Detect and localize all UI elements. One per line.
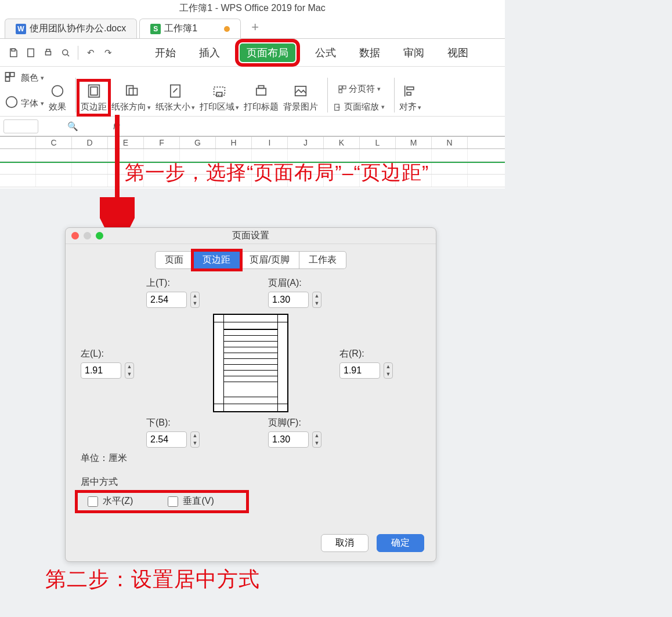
footer-margin-input[interactable] (268, 431, 309, 448)
cancel-button[interactable]: 取消 (321, 534, 368, 552)
column-headers: CDEFGHIJKLMN (0, 136, 505, 149)
left-label: 左(L): (81, 348, 162, 360)
effect-button[interactable]: 效果 (49, 83, 66, 112)
doc-tab-1[interactable]: W 使用团队协作办公.docx (5, 19, 137, 38)
header-margin-input[interactable] (268, 292, 309, 308)
ribbon-tab-pagelayout[interactable]: 页面布局 (240, 43, 295, 62)
fx-label[interactable]: fx (113, 121, 120, 131)
ribbon-tab-start[interactable]: 开始 (151, 43, 179, 62)
breaks-zoom-group: 分页符▾ 页面缩放▾ (333, 84, 385, 112)
dialog-tab-sheet[interactable]: 工作表 (299, 251, 346, 269)
breaks-button[interactable]: 分页符▾ (337, 84, 381, 95)
top-stepper[interactable]: ▲▼ (190, 292, 200, 308)
undo-icon[interactable]: ↶ (82, 44, 99, 61)
svg-rect-10 (91, 87, 97, 95)
tool-separator-2 (327, 78, 328, 112)
left-margin-input[interactable] (81, 362, 121, 379)
dialog-tab-margins[interactable]: 页边距 (193, 251, 240, 269)
bottom-label: 下(B): (146, 417, 233, 429)
paper-size-button[interactable]: 纸张大小▾ (156, 83, 195, 112)
orientation-button[interactable]: 纸张方向▾ (111, 83, 151, 112)
unsaved-indicator-icon (224, 26, 230, 32)
svg-point-8 (52, 86, 63, 97)
right-label: 右(R): (339, 348, 421, 360)
qat-divider (78, 46, 78, 60)
tool-separator (75, 78, 76, 112)
dialog-tab-header-footer[interactable]: 页眉/页脚 (240, 251, 299, 269)
header-label: 页眉(A): (268, 277, 355, 289)
dialog-tab-page[interactable]: 页面 (155, 251, 193, 269)
svg-rect-15 (216, 92, 222, 96)
center-label: 居中方式 (81, 476, 421, 488)
new-icon[interactable] (22, 44, 39, 61)
annotation-step1: 第一步，选择“页面布局”–“页边距” (125, 159, 429, 186)
bottom-stepper[interactable]: ▲▼ (190, 431, 200, 448)
left-stepper[interactable]: ▲▼ (125, 362, 134, 379)
tool-separator-3 (394, 78, 395, 112)
bottom-margin-input[interactable] (146, 431, 187, 448)
svg-rect-19 (339, 86, 342, 89)
header-stepper[interactable]: ▲▼ (312, 292, 321, 308)
ribbon-tab-insert[interactable]: 插入 (196, 43, 223, 62)
svg-rect-21 (339, 89, 342, 92)
name-box[interactable] (3, 119, 38, 133)
svg-rect-1 (28, 49, 34, 57)
theme-color-button[interactable]: 颜色▾ 字体▾ (3, 68, 44, 112)
page-setup-dialog: 页面设置 页面 页边距 页眉/页脚 工作表 上(T): ▲▼ 页眉(A): ▲▼ (65, 227, 436, 562)
center-section: 居中方式 水平(Z) 垂直(V) (81, 476, 421, 511)
print-titles-button[interactable]: 打印标题 (244, 83, 279, 112)
unit-label: 单位：厘米 (81, 452, 421, 464)
svg-rect-24 (407, 92, 411, 95)
svg-rect-6 (6, 77, 10, 81)
svg-rect-4 (6, 72, 10, 77)
right-margin-input[interactable] (339, 362, 380, 379)
save-icon[interactable] (5, 44, 22, 61)
annotation-step2: 第二步：设置居中方式 (45, 565, 260, 594)
background-button[interactable]: 背景图片 (283, 83, 318, 112)
svg-rect-0 (12, 49, 15, 51)
spreadsheet-icon: S (150, 24, 161, 34)
center-vertical-checkbox[interactable]: 垂直(V) (168, 495, 214, 507)
search-icon[interactable]: 🔍 (67, 121, 78, 132)
ribbon-tab-data[interactable]: 数据 (356, 43, 384, 62)
doc-tab-2-label: 工作簿1 (164, 23, 197, 35)
align-button[interactable]: 对齐▾ (399, 83, 421, 112)
svg-rect-23 (407, 87, 414, 90)
zoom-button[interactable]: 页面缩放▾ (333, 101, 385, 112)
footer-stepper[interactable]: ▲▼ (312, 431, 321, 448)
print-icon[interactable] (39, 44, 57, 61)
ribbon-tools: 颜色▾ 字体▾ 效果 页边距 纸张方向▾ 纸张大小▾ 打印区域▾ 打印标题 (0, 67, 505, 117)
redo-icon[interactable]: ↷ (99, 44, 117, 61)
top-margin-input[interactable] (146, 292, 187, 308)
svg-point-7 (6, 97, 17, 108)
svg-rect-17 (258, 86, 263, 89)
ribbon-tab-formula[interactable]: 公式 (312, 43, 339, 62)
new-tab-button[interactable]: + (243, 16, 267, 38)
svg-rect-14 (214, 87, 225, 95)
doc-tab-2[interactable]: S 工作簿1 (139, 19, 241, 38)
ribbon-tabs: 开始 插入 页面布局 公式 数据 审阅 视图 (151, 43, 472, 62)
formula-bar: 🔍 fx (0, 117, 505, 136)
margins-form: 上(T): ▲▼ 页眉(A): ▲▼ 左(L): ▲▼ (66, 277, 436, 464)
svg-point-3 (63, 49, 68, 55)
svg-rect-5 (10, 72, 15, 77)
dialog-titlebar: 页面设置 (66, 228, 436, 244)
close-icon[interactable] (71, 232, 79, 239)
svg-rect-2 (46, 51, 51, 55)
page-preview (213, 314, 288, 412)
center-horizontal-checkbox[interactable]: 水平(Z) (88, 495, 133, 507)
ok-button[interactable]: 确定 (377, 534, 424, 552)
word-icon: W (16, 24, 26, 34)
right-stepper[interactable]: ▲▼ (384, 362, 393, 379)
footer-label: 页脚(F): (268, 417, 355, 429)
preview-icon[interactable] (57, 44, 74, 61)
maximize-icon[interactable] (96, 232, 103, 239)
ribbon-tab-review[interactable]: 审阅 (400, 43, 428, 62)
doc-tab-1-label: 使用团队协作办公.docx (30, 23, 126, 35)
print-area-button[interactable]: 打印区域▾ (200, 83, 239, 112)
ribbon-tab-view[interactable]: 视图 (444, 43, 472, 62)
doc-tabs: W 使用团队协作办公.docx S 工作簿1 + (0, 18, 505, 39)
svg-rect-11 (127, 86, 133, 95)
dialog-tabs: 页面 页边距 页眉/页脚 工作表 (66, 251, 436, 269)
margins-button[interactable]: 页边距 (81, 83, 107, 112)
